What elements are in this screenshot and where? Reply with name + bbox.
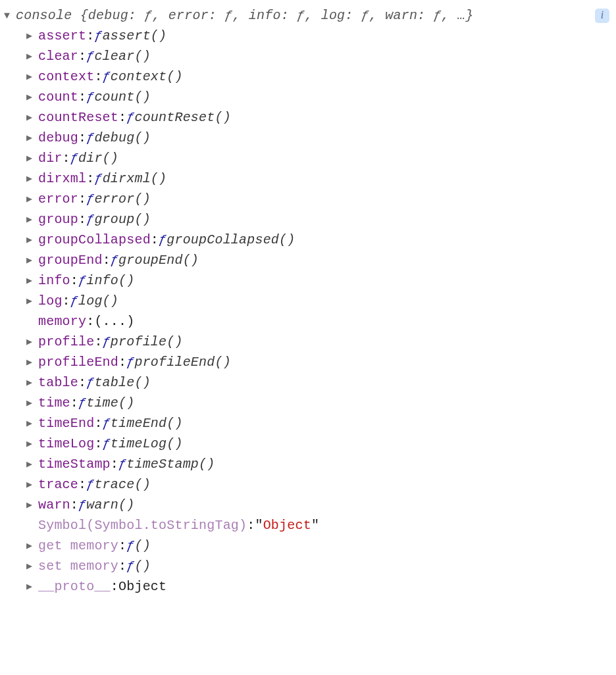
function-glyph-icon: ƒ — [86, 87, 94, 107]
property-row[interactable]: ▶context: ƒ context() — [4, 66, 612, 87]
colon-separator: : — [86, 311, 94, 332]
collapse-arrow-icon[interactable]: ▶ — [26, 90, 38, 105]
function-glyph-icon: ƒ — [86, 209, 94, 230]
property-key: Symbol(Symbol.toStringTag) — [38, 515, 247, 536]
property-row[interactable]: ▶timeLog: ƒ timeLog() — [4, 434, 612, 454]
function-glyph-icon: ƒ — [86, 46, 94, 66]
function-glyph-icon: ƒ — [86, 474, 94, 495]
function-glyph-icon: ƒ — [111, 250, 118, 270]
collapse-arrow-icon[interactable]: ▶ — [26, 478, 38, 493]
colon-separator: : — [103, 250, 111, 270]
property-row[interactable]: ▶clear: ƒ clear() — [4, 46, 612, 66]
collapse-arrow-icon[interactable]: ▶ — [26, 294, 38, 309]
function-glyph-icon: ƒ — [126, 536, 134, 556]
collapse-arrow-icon[interactable]: ▶ — [26, 213, 38, 228]
property-row[interactable]: ▶profile: ƒ profile() — [4, 332, 612, 352]
collapse-arrow-icon[interactable]: ▶ — [26, 111, 38, 126]
collapse-arrow-icon[interactable]: ▶ — [26, 233, 38, 248]
function-name: log() — [78, 291, 118, 311]
property-row[interactable]: ▶time: ƒ time() — [4, 393, 612, 413]
property-row[interactable]: ▶debug: ƒ debug() — [4, 128, 612, 148]
info-icon[interactable]: i — [595, 9, 609, 23]
property-key: memory — [38, 311, 86, 332]
property-row[interactable]: ▶table: ƒ table() — [4, 372, 612, 393]
property-row[interactable]: ▶trace: ƒ trace() — [4, 474, 612, 495]
property-key: context — [38, 66, 94, 87]
function-glyph-icon: ƒ — [103, 332, 111, 352]
collapse-arrow-icon[interactable]: ▶ — [26, 559, 38, 574]
property-row[interactable]: ▶assert: ƒ assert() — [4, 26, 612, 46]
property-key: time — [38, 393, 70, 413]
collapse-arrow-icon[interactable]: ▶ — [26, 437, 38, 452]
property-row[interactable]: ▶info: ƒ info() — [4, 270, 612, 291]
function-name: profile() — [111, 332, 183, 352]
collapse-arrow-icon[interactable]: ▶ — [26, 192, 38, 207]
function-name: time() — [86, 393, 134, 413]
collapse-arrow-icon[interactable]: ▶ — [26, 70, 38, 85]
property-key: groupCollapsed — [38, 230, 151, 250]
function-name: error() — [94, 189, 150, 209]
property-row[interactable]: ▶memory: (...) — [4, 311, 612, 332]
function-glyph-icon: ƒ — [78, 393, 86, 413]
function-name: context() — [111, 66, 183, 87]
function-glyph-icon: ƒ — [86, 372, 94, 393]
function-name: timeStamp() — [126, 454, 215, 474]
property-key: timeLog — [38, 434, 94, 454]
property-row[interactable]: ▶Symbol(Symbol.toStringTag): "Object" — [4, 515, 612, 536]
property-row[interactable]: ▶dir: ƒ dir() — [4, 148, 612, 168]
function-name: timeEnd() — [111, 413, 183, 434]
property-key: info — [38, 270, 70, 291]
property-value[interactable]: (...) — [94, 311, 134, 332]
collapse-arrow-icon[interactable]: ▶ — [26, 253, 38, 268]
property-key: timeStamp — [38, 454, 111, 474]
function-name: dir() — [78, 148, 118, 168]
colon-separator: : — [78, 189, 86, 209]
property-row[interactable]: ▶count: ƒ count() — [4, 87, 612, 107]
property-row[interactable]: ▶log: ƒ log() — [4, 291, 612, 311]
colon-separator: : — [78, 46, 86, 66]
collapse-arrow-icon[interactable]: ▶ — [26, 274, 38, 289]
collapse-arrow-icon[interactable]: ▶ — [26, 151, 38, 166]
colon-separator: : — [78, 87, 86, 107]
function-name: countReset() — [134, 107, 230, 128]
property-row[interactable]: ▶__proto__: Object — [4, 576, 612, 597]
collapse-arrow-icon[interactable]: ▶ — [26, 396, 38, 411]
property-row[interactable]: ▶error: ƒ error() — [4, 189, 612, 209]
property-row[interactable]: ▶warn: ƒ warn() — [4, 495, 612, 515]
property-row[interactable]: ▶timeStamp: ƒ timeStamp() — [4, 454, 612, 474]
collapse-arrow-icon[interactable]: ▶ — [26, 457, 38, 472]
property-key: groupEnd — [38, 250, 103, 270]
collapse-arrow-icon[interactable]: ▶ — [26, 539, 38, 554]
property-key: set memory — [38, 556, 118, 576]
expand-arrow-icon[interactable]: ▼ — [4, 9, 16, 24]
function-glyph-icon: ƒ — [103, 413, 111, 434]
colon-separator: : — [86, 168, 94, 189]
collapse-arrow-icon[interactable]: ▶ — [26, 355, 38, 370]
property-row[interactable]: ▶groupEnd: ƒ groupEnd() — [4, 250, 612, 270]
property-row[interactable]: ▶groupCollapsed: ƒ groupCollapsed() — [4, 230, 612, 250]
collapse-arrow-icon[interactable]: ▶ — [26, 172, 38, 187]
property-key: error — [38, 189, 78, 209]
collapse-arrow-icon[interactable]: ▶ — [26, 498, 38, 513]
collapse-arrow-icon[interactable]: ▶ — [26, 580, 38, 595]
collapse-arrow-icon[interactable]: ▶ — [26, 49, 38, 64]
collapse-arrow-icon[interactable]: ▶ — [26, 416, 38, 432]
property-row[interactable]: ▶dirxml: ƒ dirxml() — [4, 168, 612, 189]
collapse-arrow-icon[interactable]: ▶ — [26, 335, 38, 350]
function-glyph-icon: ƒ — [70, 291, 78, 311]
colon-separator: : — [70, 393, 78, 413]
colon-separator: : — [111, 576, 118, 597]
property-row[interactable]: ▶get memory: ƒ () — [4, 536, 612, 556]
collapse-arrow-icon[interactable]: ▶ — [26, 376, 38, 391]
property-row[interactable]: ▶timeEnd: ƒ timeEnd() — [4, 413, 612, 434]
colon-separator: : — [247, 515, 255, 536]
collapse-arrow-icon[interactable]: ▶ — [26, 29, 38, 44]
property-key: get memory — [38, 536, 118, 556]
function-name: group() — [94, 209, 150, 230]
property-row[interactable]: ▶group: ƒ group() — [4, 209, 612, 230]
object-header-row[interactable]: ▼console {debug: ƒ, error: ƒ, info: ƒ, l… — [4, 5, 612, 26]
property-row[interactable]: ▶set memory: ƒ () — [4, 556, 612, 576]
collapse-arrow-icon[interactable]: ▶ — [26, 131, 38, 146]
property-row[interactable]: ▶profileEnd: ƒ profileEnd() — [4, 352, 612, 372]
property-row[interactable]: ▶countReset: ƒ countReset() — [4, 107, 612, 128]
